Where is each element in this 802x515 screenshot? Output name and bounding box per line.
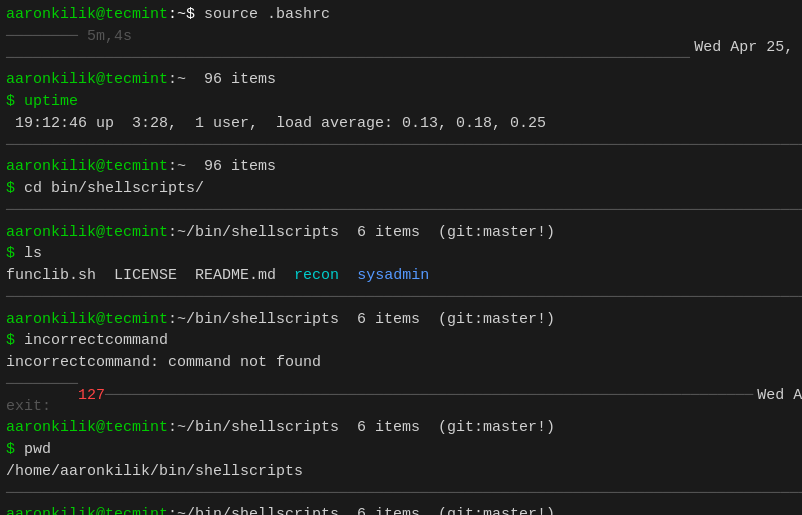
sep-3: ────────────────────────────────────────… [6, 200, 796, 222]
sep-2: :~ [168, 71, 204, 88]
exit-code: 127 [78, 385, 105, 407]
file-funclib: funclib.sh [6, 267, 96, 284]
pwd-output: /home/aaronkilik/bin/shellscripts [6, 461, 796, 483]
incorrect-cmd: incorrectcommand [15, 332, 168, 349]
items-7: 6 items [357, 506, 420, 515]
sep-6: :~/bin/shellscripts [168, 419, 357, 436]
terminal: aaronkilik@tecmint:~$ source .bashrc ───… [0, 0, 802, 515]
cmd-1: source .bashrc [195, 6, 330, 23]
sep-6: ────────────────────────────────────────… [6, 483, 796, 505]
items-4: 6 items [357, 224, 420, 241]
dollar-4: $ [6, 245, 15, 262]
prompt-info-4: aaronkilik@tecmint:~/bin/shellscripts 6 … [6, 309, 796, 331]
ls-cmd: ls [15, 245, 42, 262]
ls-output: funclib.sh LICENSE README.md recon sysad… [6, 265, 796, 287]
timestamp-5: Wed Apr 25, 19:13:56 [753, 385, 802, 407]
dollar-5: $ [6, 332, 15, 349]
spacer-4 [339, 267, 357, 284]
cmd-cd: $ cd bin/shellscripts/ [6, 178, 796, 200]
sep-exit: ──────── exit: 127 ─────────────────────… [6, 374, 796, 418]
spacer-2 [177, 267, 195, 284]
cmd-pwd: $ pwd [6, 439, 796, 461]
git-2: (git:master!) [420, 311, 555, 328]
line-1: aaronkilik@tecmint:~$ source .bashrc [6, 4, 796, 26]
sep-7: :~/bin/shellscripts [168, 506, 357, 515]
user-3: aaronkilik@tecmint [6, 158, 168, 175]
prompt-info-3: aaronkilik@tecmint:~/bin/shellscripts 6 … [6, 222, 796, 244]
sep-2: ────────────────────────────────────────… [6, 135, 796, 157]
dashes-4: ────────────────────────────────────────… [6, 287, 802, 309]
git-4: (git:master!) [420, 506, 555, 515]
items-5: 6 items [357, 311, 420, 328]
git-1: (git:master!) [420, 224, 555, 241]
dollar-3: $ [6, 180, 15, 197]
items-2: 96 items [204, 71, 276, 88]
user-7: aaronkilik@tecmint [6, 506, 168, 515]
timestamp-1: Wed Apr 25, 19:12:27 [690, 37, 802, 59]
user-host-1: aaronkilik@tecmint [6, 6, 168, 23]
items-6: 6 items [357, 419, 420, 436]
file-license: LICENSE [114, 267, 177, 284]
dashes-6: ────────────────────────────────────────… [6, 483, 802, 505]
cd-cmd: cd bin/shellscripts/ [15, 180, 204, 197]
sep-4: :~/bin/shellscripts [168, 224, 357, 241]
error-output: incorrectcommand: command not found [6, 352, 796, 374]
prompt-info-1: aaronkilik@tecmint:~ 96 items [6, 69, 796, 91]
prompt-info-2: aaronkilik@tecmint:~ 96 items [6, 156, 796, 178]
file-recon: recon [294, 267, 339, 284]
prompt-info-6: aaronkilik@tecmint:~/bin/shellscripts 6 … [6, 504, 796, 515]
prompt-info-5: aaronkilik@tecmint:~/bin/shellscripts 6 … [6, 417, 796, 439]
dashes-exit-2: ────────────────────────────────────────… [105, 385, 753, 407]
user-6: aaronkilik@tecmint [6, 419, 168, 436]
user-4: aaronkilik@tecmint [6, 224, 168, 241]
file-readme: README.md [195, 267, 276, 284]
file-sysadmin: sysadmin [357, 267, 429, 284]
uptime-cmd: uptime [15, 93, 78, 110]
user-5: aaronkilik@tecmint [6, 311, 168, 328]
uptime-output: 19:12:46 up 3:28, 1 user, load average: … [6, 113, 796, 135]
dashes-exit-1: ──────── exit: [6, 374, 78, 418]
cmd-uptime: $ uptime [6, 91, 796, 113]
spacer-3 [276, 267, 294, 284]
dashes-2: ────────────────────────────────────────… [6, 135, 802, 157]
sep-4: ────────────────────────────────────────… [6, 287, 796, 309]
dashes-timer: ──────── 5m,4s ─────────────────────────… [6, 26, 690, 70]
cmd-incorrect: $ incorrectcommand [6, 330, 796, 352]
sep-5: :~/bin/shellscripts [168, 311, 357, 328]
dashes-3: ────────────────────────────────────────… [6, 200, 802, 222]
dollar-6: $ [6, 441, 15, 458]
items-3: 96 items [204, 158, 276, 175]
colon-1: :~$ [168, 6, 195, 23]
cmd-ls: $ ls [6, 243, 796, 265]
pwd-cmd: pwd [15, 441, 51, 458]
git-3: (git:master!) [420, 419, 555, 436]
sep-timer: ──────── 5m,4s ─────────────────────────… [6, 26, 796, 70]
sep-3: :~ [168, 158, 204, 175]
user-2: aaronkilik@tecmint [6, 71, 168, 88]
spacer-1 [96, 267, 114, 284]
dollar-2: $ [6, 93, 15, 110]
